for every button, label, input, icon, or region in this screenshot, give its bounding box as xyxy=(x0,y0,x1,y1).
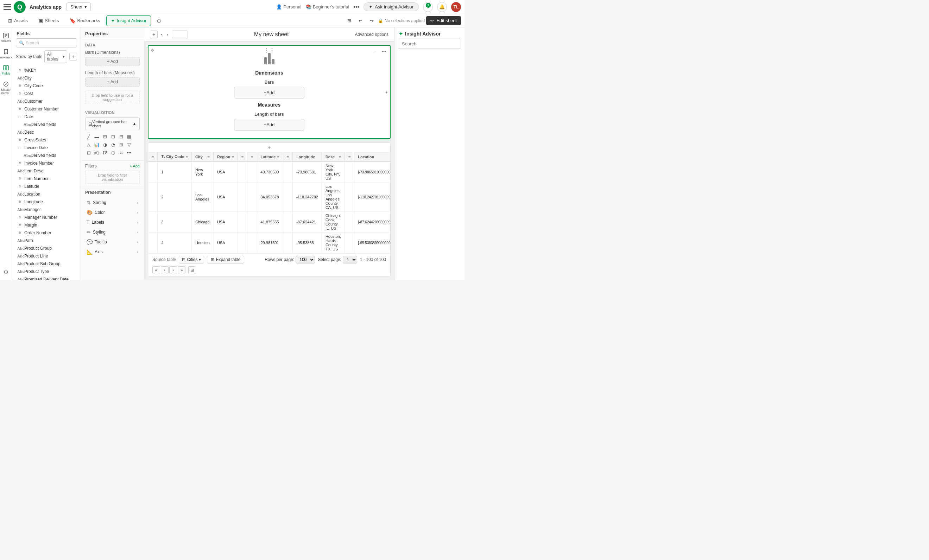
sidebar-collapse-button[interactable] xyxy=(0,267,12,277)
chart-drag-handle[interactable]: ⋮⋮ xyxy=(264,47,275,54)
list-item[interactable]: Abc City xyxy=(12,74,81,82)
list-item[interactable]: Abc Derived fields xyxy=(18,151,81,159)
nav-prev-button[interactable]: ‹ xyxy=(159,32,165,37)
viz-icon-treemap[interactable]: ⊞ xyxy=(118,141,124,148)
fields-search-input[interactable]: 🔍 Search xyxy=(16,38,77,47)
tab-extra[interactable]: ⬡ xyxy=(152,15,166,26)
col-city-code[interactable]: Tₐ City Code≡ xyxy=(158,152,192,161)
view-toggle[interactable] xyxy=(172,31,188,38)
rows-per-page-select[interactable]: 100 50 25 xyxy=(296,256,315,263)
viz-icon-pivot[interactable]: ⊟ xyxy=(118,133,124,140)
pres-sorting[interactable]: ⇅ Sorting › xyxy=(85,198,140,208)
viz-type-selector[interactable]: ⊟ Vertical grouped bar chart ▲ xyxy=(85,118,140,130)
pres-tooltip[interactable]: 💬 Tooltip › xyxy=(85,237,140,247)
personal-button[interactable]: 👤 Personal xyxy=(276,4,301,9)
viz-icon-line[interactable]: ╱ xyxy=(85,133,92,140)
tutorial-button[interactable]: 📚 Beginner's tutorial xyxy=(306,4,350,9)
list-item[interactable]: # Longitude xyxy=(12,198,81,206)
undo-button[interactable]: ↩ xyxy=(356,16,365,26)
viz-icon-waterfall[interactable]: ⊟ xyxy=(85,149,92,156)
list-item[interactable]: Abc Item Desc xyxy=(12,167,81,175)
list-item[interactable]: Abc Location xyxy=(12,190,81,198)
list-item[interactable]: # City Code xyxy=(12,82,81,90)
tab-insight-advisor[interactable]: ✦ Insight Advisor xyxy=(106,15,151,26)
add-field-button[interactable]: + xyxy=(69,53,77,61)
viz-icon-area[interactable]: △ xyxy=(85,141,92,148)
list-item[interactable]: # Order Number xyxy=(12,229,81,237)
list-item[interactable]: # Latitude xyxy=(12,182,81,190)
list-item[interactable]: □ Invoice Date xyxy=(12,144,81,151)
add-filter-button[interactable]: + Add xyxy=(130,164,140,168)
more-button[interactable]: ••• xyxy=(353,4,359,10)
sidebar-item-sheets[interactable]: Sheets xyxy=(0,30,12,45)
sheet-selector[interactable]: Sheet ▾ xyxy=(66,3,91,11)
next-page-button[interactable]: › xyxy=(169,266,177,274)
table-grid-view-button[interactable]: ⊞ xyxy=(188,266,196,274)
list-item[interactable]: # Manager Number xyxy=(12,214,81,221)
nav-next-button[interactable]: › xyxy=(165,32,170,37)
data-table-expand-button[interactable]: + xyxy=(148,143,390,152)
chart-more-button[interactable]: ••• xyxy=(380,48,388,55)
add-sheet-button[interactable]: + xyxy=(150,31,158,38)
list-item[interactable]: # Invoice Number xyxy=(12,159,81,167)
viz-icon-table[interactable]: ⊞ xyxy=(101,133,108,140)
chart-expand-right[interactable]: + xyxy=(383,88,390,96)
first-page-button[interactable]: « xyxy=(152,266,160,274)
list-item[interactable]: # GrossSales xyxy=(12,136,81,144)
pres-color[interactable]: 🎨 Color › xyxy=(85,208,140,217)
list-item[interactable]: # Customer Number xyxy=(12,105,81,113)
redo-button[interactable]: ↪ xyxy=(367,16,377,26)
add-bars-button[interactable]: + Add xyxy=(85,57,140,66)
add-measures-chart-button[interactable]: + Add xyxy=(234,119,304,130)
viz-icon-bar2[interactable]: ▦ xyxy=(126,133,133,140)
list-item[interactable]: Abc Product Type xyxy=(12,268,81,275)
viz-icon-bar[interactable]: ▬ xyxy=(93,133,100,140)
edit-sheet-button[interactable]: ✏ Edit sheet xyxy=(426,16,461,25)
viz-icon-gauge[interactable]: ◑ xyxy=(101,141,108,148)
avatar[interactable]: TL xyxy=(451,2,461,12)
list-item[interactable]: # Margin xyxy=(12,221,81,229)
list-item[interactable]: # %KEY xyxy=(12,66,81,74)
sidebar-item-master[interactable]: Master items xyxy=(0,79,12,97)
viz-icon-funnel[interactable]: ▽ xyxy=(126,141,133,148)
viz-icon-combo[interactable]: 📊 xyxy=(93,141,100,148)
insight-search-input[interactable] xyxy=(398,39,461,49)
list-item[interactable]: # Item Number xyxy=(12,175,81,182)
viz-icon-scatter[interactable]: ⊡ xyxy=(109,133,117,140)
list-item[interactable]: □ Date xyxy=(12,113,81,121)
col-longitude[interactable]: Longitude xyxy=(293,152,322,161)
col-location[interactable]: Location≡ xyxy=(354,152,390,161)
page-select[interactable]: 1 xyxy=(343,256,357,263)
list-item[interactable]: Abc Derived fields xyxy=(18,121,81,129)
pres-labels[interactable]: T Labels › xyxy=(85,217,140,227)
viz-icon-network[interactable]: ⬡ xyxy=(109,149,117,156)
list-item[interactable]: Abc Product Sub Group xyxy=(12,260,81,268)
add-length-button[interactable]: + Add xyxy=(85,77,140,87)
add-bars-chart-button[interactable]: + Add xyxy=(234,87,304,98)
list-item[interactable]: Abc Promised Delivery Date xyxy=(12,275,81,280)
last-page-button[interactable]: » xyxy=(178,266,185,274)
expand-table-button[interactable]: ⊞ Expand table xyxy=(207,256,244,263)
list-item[interactable]: Abc Path xyxy=(12,237,81,245)
viz-icon-more[interactable]: ••• xyxy=(126,149,133,156)
grid-view-button[interactable]: ⊞ xyxy=(344,16,354,26)
tab-bookmarks[interactable]: 🔖 Bookmarks xyxy=(65,15,105,26)
col-menu[interactable]: ≡ xyxy=(148,152,158,161)
app-menu-icon[interactable] xyxy=(3,3,11,11)
tab-sheets[interactable]: ▣ Sheets xyxy=(34,15,63,26)
col-city[interactable]: City≡ xyxy=(192,152,213,161)
list-item[interactable]: Abc Manager xyxy=(12,206,81,214)
advanced-options-button[interactable]: Advanced options xyxy=(355,32,388,37)
sidebar-item-fields[interactable]: Fields xyxy=(0,63,12,77)
list-item[interactable]: # Cost xyxy=(12,90,81,98)
notification-button[interactable]: ? 3 xyxy=(426,4,429,9)
ask-insight-button[interactable]: ✦ Ask Insight Advisor xyxy=(363,3,419,11)
list-item[interactable]: Abc Desc xyxy=(12,129,81,136)
bell-button[interactable]: 🔔 xyxy=(437,2,447,12)
list-item[interactable]: Abc Product Line xyxy=(12,252,81,260)
col-latitude[interactable]: Latitude≡ xyxy=(257,152,283,161)
table-select-dropdown[interactable]: All tables ▾ xyxy=(44,50,67,63)
sidebar-item-bookmarks[interactable]: Bookmarks xyxy=(0,46,12,61)
chart-minimize-button[interactable]: ─ xyxy=(371,48,379,55)
prev-page-button[interactable]: ‹ xyxy=(161,266,169,274)
